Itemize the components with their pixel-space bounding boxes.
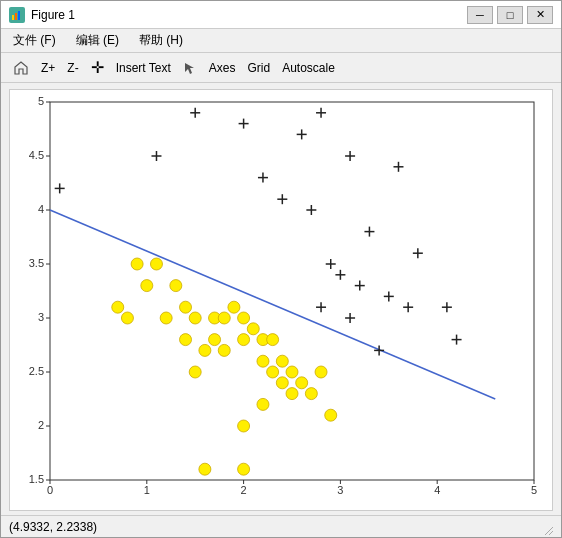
autoscale-button[interactable]: Autoscale	[278, 59, 339, 77]
plot-area	[1, 83, 561, 515]
insert-text-button[interactable]: Insert Text	[112, 59, 175, 77]
figure-canvas[interactable]	[9, 89, 553, 511]
menu-file[interactable]: 文件 (F)	[9, 30, 60, 51]
coordinates-text: (4.9332, 2.2338)	[9, 520, 97, 534]
svg-marker-3	[185, 63, 194, 74]
svg-line-5	[549, 531, 553, 535]
maximize-button[interactable]: □	[497, 6, 523, 24]
main-window: Figure 1 ─ □ ✕ 文件 (F) 编辑 (E) 帮助 (H) Z+ Z…	[0, 0, 562, 538]
resize-handle[interactable]	[537, 519, 553, 535]
app-icon	[9, 7, 25, 23]
title-bar-left: Figure 1	[9, 7, 75, 23]
resize-icon	[541, 523, 553, 535]
home-icon	[13, 60, 29, 76]
title-buttons: ─ □ ✕	[467, 6, 553, 24]
zoom-in-button[interactable]: Z+	[37, 59, 59, 77]
plot-canvas	[10, 90, 552, 510]
svg-rect-2	[18, 11, 20, 20]
arrow-icon	[183, 61, 197, 75]
svg-line-4	[545, 527, 553, 535]
svg-rect-1	[15, 13, 17, 20]
menu-edit[interactable]: 编辑 (E)	[72, 30, 123, 51]
minimize-button[interactable]: ─	[467, 6, 493, 24]
title-bar: Figure 1 ─ □ ✕	[1, 1, 561, 29]
toolbar: Z+ Z- ✛ Insert Text Axes Grid Autoscale	[1, 53, 561, 83]
axes-button[interactable]: Axes	[205, 59, 240, 77]
home-button[interactable]	[9, 58, 33, 78]
close-button[interactable]: ✕	[527, 6, 553, 24]
pan-button[interactable]: ✛	[87, 56, 108, 79]
select-button[interactable]	[179, 59, 201, 77]
status-bar: (4.9332, 2.2338)	[1, 515, 561, 537]
grid-button[interactable]: Grid	[244, 59, 275, 77]
menu-bar: 文件 (F) 编辑 (E) 帮助 (H)	[1, 29, 561, 53]
menu-help[interactable]: 帮助 (H)	[135, 30, 187, 51]
zoom-out-button[interactable]: Z-	[63, 59, 82, 77]
window-title: Figure 1	[31, 8, 75, 22]
svg-rect-0	[12, 15, 14, 20]
